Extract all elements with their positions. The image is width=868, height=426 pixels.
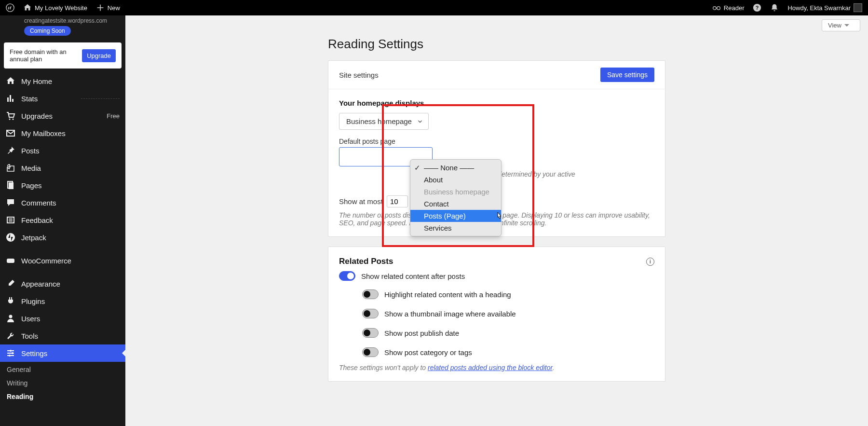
- sub-toggle-switch[interactable]: [362, 289, 379, 299]
- sub-toggle-switch[interactable]: [362, 328, 379, 338]
- view-dropdown[interactable]: View: [822, 19, 860, 31]
- svg-point-13: [9, 315, 13, 318]
- chevron-down-icon: [417, 118, 423, 125]
- dropdown-option: Business homepage: [410, 186, 501, 198]
- comment-icon: [6, 198, 15, 207]
- cart-icon: [6, 111, 15, 121]
- svg-point-15: [12, 352, 14, 354]
- glasses-icon: [712, 3, 721, 12]
- sidebar-item-label: WooCommerce: [21, 257, 71, 265]
- sub-toggle-switch[interactable]: [362, 309, 379, 318]
- homepage-select[interactable]: Business homepage: [339, 113, 429, 130]
- wp-logo[interactable]: [6, 3, 14, 12]
- related-posts-title-text: Related Posts: [339, 257, 393, 266]
- site-link[interactable]: My Lovely Website: [23, 3, 87, 12]
- sub-toggle-switch[interactable]: [362, 347, 379, 357]
- sidebar-item-label: Appearance: [21, 280, 60, 288]
- wordpress-icon: [6, 3, 14, 12]
- sidebar-item-woocommerce[interactable]: WooCommerce: [0, 252, 125, 269]
- posts-page-dropdown[interactable]: —— None ——AboutBusiness homepageContactP…: [410, 159, 502, 236]
- sub-toggle-label: Show a thumbnail image where available: [384, 310, 516, 318]
- svg-point-1: [713, 7, 716, 10]
- sidebar-item-users[interactable]: Users: [0, 310, 125, 327]
- sidebar-item-right: Free: [107, 112, 120, 120]
- save-settings-button[interactable]: Save settings: [600, 68, 654, 82]
- posts-page-label: Default posts page: [339, 137, 654, 145]
- stats-sparkline: [81, 98, 120, 99]
- sidebar-item-my-mailboxes[interactable]: My Mailboxes: [0, 124, 125, 142]
- new-link[interactable]: New: [96, 3, 120, 12]
- brush-icon: [6, 279, 15, 289]
- plus-icon: [96, 3, 105, 12]
- svg-rect-10: [7, 217, 14, 223]
- house-icon: [23, 3, 32, 12]
- help-icon: ?: [753, 3, 761, 12]
- content-area: View Reading Settings Site settings Save…: [125, 15, 868, 426]
- sidebar-item-posts[interactable]: Posts: [0, 142, 125, 159]
- sidebar-subitem-general[interactable]: General: [0, 363, 125, 376]
- sidebar-item-my-home[interactable]: My Home: [0, 72, 125, 90]
- sidebar-subitem-reading[interactable]: Reading: [0, 390, 125, 403]
- show-at-most-pre: Show at most: [339, 197, 383, 206]
- sidebar-item-tools[interactable]: Tools: [0, 327, 125, 344]
- sidebar-item-label: Pages: [21, 181, 42, 190]
- sidebar-item-stats[interactable]: Stats: [0, 90, 125, 107]
- dropdown-option[interactable]: About: [410, 174, 501, 186]
- sidebar-item-upgrades[interactable]: UpgradesFree: [0, 107, 125, 124]
- sidebar-subitem-writing[interactable]: Writing: [0, 376, 125, 390]
- sidebar-item-feedback[interactable]: Feedback: [0, 211, 125, 229]
- plug-icon: [6, 296, 15, 306]
- upgrade-button[interactable]: Upgrade: [82, 49, 116, 62]
- page-title: Reading Settings: [328, 37, 665, 52]
- user-icon: [6, 314, 15, 323]
- svg-point-14: [10, 350, 12, 352]
- mail-icon: [6, 128, 15, 138]
- media-icon: [6, 163, 15, 173]
- footer-post: .: [553, 364, 555, 371]
- upgrade-promo-text: Free domain with an annual plan: [10, 48, 68, 63]
- homepage-select-value: Business homepage: [346, 117, 412, 125]
- woo-icon: [6, 256, 15, 265]
- sub-toggle-row: Show post category or tags: [362, 347, 654, 357]
- sidebar-item-label: Feedback: [21, 216, 53, 224]
- stats-icon: [6, 94, 15, 103]
- sub-toggle-label: Show post category or tags: [384, 348, 472, 357]
- notifications-link[interactable]: [770, 3, 779, 12]
- sidebar-item-label: Plugins: [21, 297, 45, 305]
- admin-bar: My Lovely Website New Reader ? Howd: [0, 0, 868, 15]
- new-label: New: [108, 4, 120, 12]
- sidebar-item-pages[interactable]: Pages: [0, 177, 125, 194]
- sidebar-item-comments[interactable]: Comments: [0, 194, 125, 211]
- block-editor-link[interactable]: related posts added using the block edit…: [428, 364, 553, 371]
- related-posts-title: Related Posts i: [339, 257, 654, 266]
- sidebar-item-media[interactable]: Media: [0, 159, 125, 177]
- account-link[interactable]: Howdy, Ekta Swarnkar: [787, 3, 862, 12]
- show-related-toggle[interactable]: [339, 271, 355, 281]
- homepage-displays-label: Your homepage displays: [339, 99, 654, 107]
- sidebar-item-label: Comments: [21, 199, 56, 207]
- dropdown-option[interactable]: —— None ——: [410, 162, 501, 174]
- cursor-pointer-icon: [495, 211, 502, 221]
- svg-rect-12: [7, 259, 14, 263]
- svg-point-2: [717, 7, 720, 10]
- sidebar-item-jetpack[interactable]: Jetpack: [0, 229, 125, 246]
- svg-rect-9: [9, 182, 14, 189]
- help-link[interactable]: ?: [753, 3, 761, 12]
- site-info: creatingatestsite.wordpress.com Coming S…: [0, 15, 125, 39]
- sidebar-item-label: Settings: [21, 349, 47, 357]
- dropdown-option[interactable]: Services: [410, 222, 501, 234]
- sidebar-item-label: Posts: [21, 147, 40, 155]
- reader-link[interactable]: Reader: [712, 3, 745, 12]
- sliders-icon: [6, 348, 15, 358]
- posts-per-page-input[interactable]: [387, 195, 408, 207]
- howdy-label: Howdy, Ekta Swarnkar: [787, 4, 851, 12]
- sidebar-item-settings[interactable]: Settings: [0, 344, 125, 362]
- sidebar-item-plugins[interactable]: Plugins: [0, 292, 125, 310]
- related-posts-card: Related Posts i Show related content aft…: [328, 247, 665, 382]
- dropdown-option[interactable]: Contact: [410, 198, 501, 210]
- dropdown-option[interactable]: Posts (Page): [410, 210, 501, 222]
- info-icon[interactable]: i: [646, 258, 654, 266]
- main-toggle-label: Show related content after posts: [361, 272, 465, 280]
- jetpack-icon: [6, 233, 15, 242]
- sidebar-item-appearance[interactable]: Appearance: [0, 275, 125, 292]
